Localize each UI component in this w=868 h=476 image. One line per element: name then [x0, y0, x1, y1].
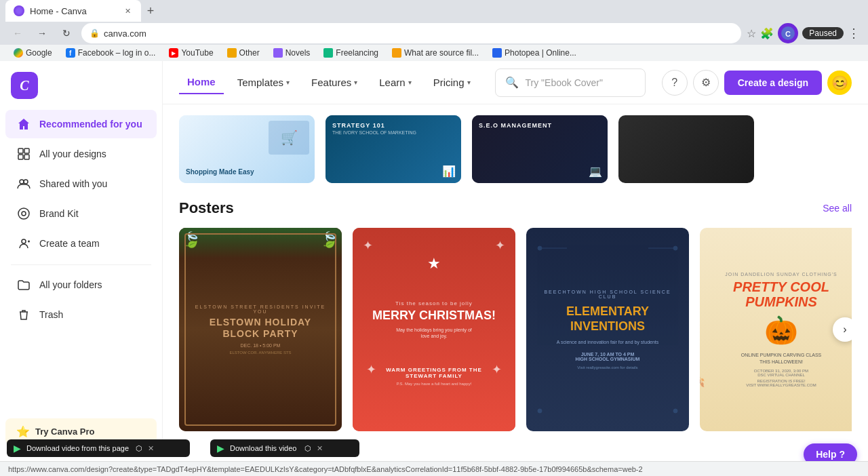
- svg-point-12: [673, 246, 677, 250]
- status-bar: https://www.canva.com/design?create&type…: [0, 461, 868, 476]
- url-text: canva.com: [104, 28, 146, 39]
- sidebar-divider: [11, 264, 151, 265]
- banners-row: Shopping Made Easy 🛒 Strategy 101 THE IV…: [163, 104, 868, 189]
- scroll-right-button[interactable]: ›: [833, 317, 852, 342]
- brand-icon: [16, 206, 31, 221]
- help-question-button[interactable]: ?: [662, 70, 688, 96]
- svg-rect-3: [24, 148, 29, 153]
- sidebar-item-recommended[interactable]: Recommended for you: [5, 110, 157, 138]
- see-all-link[interactable]: See all: [823, 203, 852, 214]
- pumpkin-icon: 🎃: [713, 315, 849, 346]
- svg-point-11: [538, 246, 542, 250]
- search-icon: 🔍: [505, 76, 519, 89]
- svg-point-10: [22, 239, 26, 243]
- sidebar: C Recommended for you All your designs S…: [0, 61, 163, 456]
- poster-card-2[interactable]: ✦ ✦ ✦ ✦ ★ Tis the season to be jolly MER…: [353, 228, 515, 431]
- bookmark-youtube[interactable]: ▶ YouTube: [163, 47, 218, 59]
- poster-card-3[interactable]: BEECHTOWN HIGH SCHOOL SCIENCE CLUB ELEME…: [526, 228, 689, 431]
- bookmark-google[interactable]: Google: [8, 47, 58, 59]
- bookmark-freelancing[interactable]: Freelancing: [318, 47, 384, 59]
- bookmark-photopea[interactable]: Photopea | Online...: [487, 47, 582, 59]
- close-download-bar-2-button[interactable]: ✕: [148, 444, 154, 453]
- sidebar-item-label: All your designs: [39, 148, 106, 159]
- chevron-down-icon: ▾: [408, 79, 412, 86]
- search-box[interactable]: 🔍 Try "Ebook Cover": [495, 68, 646, 97]
- bookmark-label: Photopea | Online...: [505, 48, 576, 58]
- bookmark-novels[interactable]: Novels: [268, 47, 316, 59]
- lock-icon: 🔒: [90, 28, 100, 38]
- active-tab[interactable]: Home - Canva ✕: [5, 0, 141, 22]
- download-options-icon[interactable]: ⬡: [304, 444, 311, 453]
- main-content: Shopping Made Easy 🛒 Strategy 101 THE IV…: [163, 104, 868, 456]
- nav-home-label: Home: [187, 76, 216, 87]
- url-bar[interactable]: 🔒 canva.com: [81, 23, 741, 43]
- bookmark-label: Google: [26, 48, 52, 58]
- poster-card-1[interactable]: 🍃 🍃 ELSTOWN STREET RESIDENTS INVITE YOU …: [179, 228, 342, 431]
- sidebar-item-trash[interactable]: Trash: [5, 300, 157, 329]
- nav-learn-label: Learn: [379, 77, 405, 88]
- download-from-page-label: Download video from this page: [26, 444, 129, 452]
- banner-card-2[interactable]: Strategy 101 THE IVORY SCHOOL OF MARKETI…: [326, 115, 461, 183]
- play-icon-2: ▶: [14, 443, 21, 454]
- bookmark-source-files[interactable]: What are source fil...: [387, 47, 484, 59]
- svg-text:C: C: [785, 30, 791, 38]
- nav-features[interactable]: Features ▾: [303, 71, 366, 94]
- canva-logo-icon[interactable]: C: [11, 72, 38, 99]
- svg-point-7: [24, 180, 28, 184]
- section-header: Posters See all: [179, 199, 852, 217]
- chevron-down-icon: ▾: [286, 79, 290, 86]
- banner-card-4[interactable]: [618, 115, 754, 183]
- download-from-page-bar: ▶ Download video from this page ⬡ ✕: [7, 439, 190, 457]
- poster-card-4[interactable]: JOIN DANDELION SUNDAY CLOTHING'S PRETTY …: [700, 228, 852, 431]
- bookmark-star-icon[interactable]: ☆: [747, 27, 756, 40]
- reload-button[interactable]: ↻: [57, 24, 76, 43]
- bookmark-label: What are source fil...: [404, 48, 479, 58]
- sidebar-item-label: All your folders: [39, 279, 102, 290]
- sidebar-item-shared[interactable]: Shared with you: [5, 170, 157, 198]
- svg-point-8: [18, 208, 29, 219]
- bookmark-other[interactable]: Other: [222, 47, 265, 59]
- settings-button[interactable]: ⚙: [693, 70, 719, 96]
- extension-icon[interactable]: 🧩: [760, 27, 774, 40]
- poster-1-title: ELSTOWN HOLIDAY BLOCK PARTY: [193, 317, 328, 340]
- create-design-button[interactable]: Create a design: [724, 71, 822, 95]
- back-button[interactable]: ←: [8, 24, 27, 43]
- user-avatar-button[interactable]: 😊: [827, 71, 852, 95]
- paused-status: Paused: [802, 27, 844, 39]
- bookmark-label: YouTube: [181, 48, 213, 58]
- shared-icon: [16, 176, 31, 191]
- nav-templates-label: Templates: [237, 77, 283, 88]
- nav-templates[interactable]: Templates ▾: [229, 71, 298, 94]
- bookmark-facebook[interactable]: f Facebook – log in o...: [60, 47, 161, 59]
- bookmark-label: Novels: [285, 48, 311, 58]
- profile-button[interactable]: C: [778, 23, 798, 43]
- nav-learn[interactable]: Learn ▾: [371, 71, 419, 94]
- tab-title: Home - Canva: [30, 6, 87, 16]
- bookmark-label: Other: [239, 48, 260, 58]
- sidebar-item-brand-kit[interactable]: Brand Kit: [5, 199, 157, 228]
- menu-icon[interactable]: ⋮: [848, 26, 860, 41]
- folder-icon: [16, 277, 31, 292]
- browser-chrome: Home - Canva ✕ + ← → ↻ 🔒 canva.com ☆ 🧩 C…: [0, 0, 868, 61]
- nav-pricing[interactable]: Pricing ▾: [425, 71, 479, 94]
- close-download-bar-button[interactable]: ✕: [317, 444, 323, 453]
- new-tab-button[interactable]: +: [141, 1, 160, 20]
- sidebar-item-label: Recommended for you: [39, 119, 142, 130]
- svg-rect-4: [18, 155, 23, 159]
- bookmark-label: Facebook – log in o...: [78, 48, 156, 58]
- team-icon: [16, 236, 31, 251]
- banner-card-1[interactable]: Shopping Made Easy 🛒: [179, 115, 315, 183]
- sidebar-item-all-designs[interactable]: All your designs: [5, 140, 157, 168]
- tab-favicon: [14, 5, 24, 16]
- banner-card-3[interactable]: S.E.O MANAGEMENT 💻: [472, 115, 608, 183]
- sidebar-item-all-folders[interactable]: All your folders: [5, 271, 157, 299]
- forward-button[interactable]: →: [33, 24, 52, 43]
- svg-rect-2: [18, 148, 23, 153]
- download-options-icon-2[interactable]: ⬡: [136, 444, 142, 453]
- nav-home[interactable]: Home: [179, 71, 224, 94]
- nav-features-label: Features: [311, 77, 351, 88]
- tab-close-button[interactable]: ✕: [122, 5, 133, 16]
- app-container: C Recommended for you All your designs S…: [0, 61, 868, 456]
- sidebar-item-create-team[interactable]: Create a team: [5, 229, 157, 258]
- chevron-down-icon: ▾: [354, 79, 357, 86]
